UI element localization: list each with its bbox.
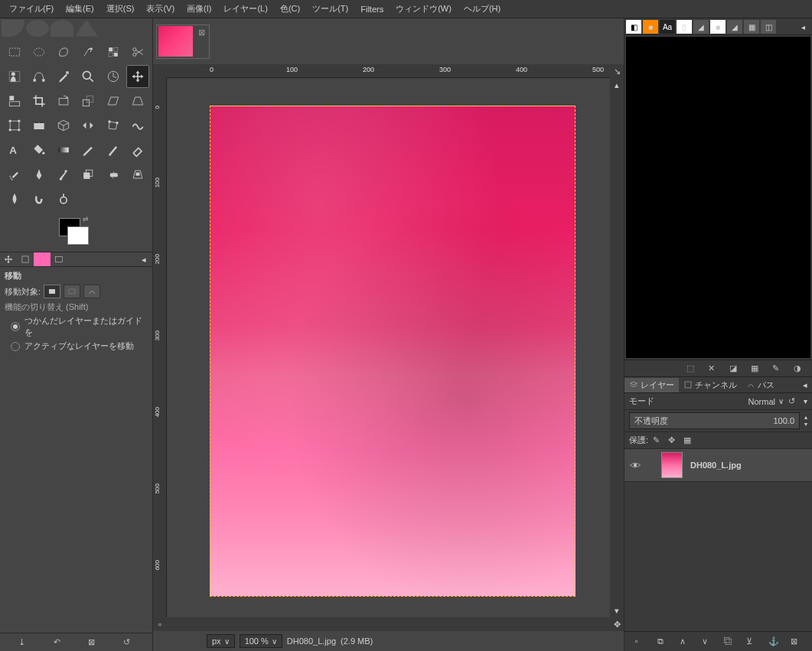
- tool-clone[interactable]: [77, 163, 99, 186]
- tool-gradient[interactable]: [52, 138, 75, 161]
- ruler-horizontal[interactable]: 0 100 200 300 400 500: [167, 64, 610, 78]
- menu-item[interactable]: 選択(S): [100, 0, 141, 18]
- nav-menu-icon[interactable]: ↘: [610, 64, 624, 78]
- restore-options-icon[interactable]: ↶: [54, 637, 64, 648]
- ruler-vertical[interactable]: 0 100 200 300 400 500 600: [153, 78, 167, 617]
- tool-smudge[interactable]: [28, 187, 51, 210]
- tool-scissors[interactable]: [126, 41, 149, 63]
- menu-item[interactable]: ツール(T): [306, 0, 354, 18]
- rp-tab-2[interactable]: Aa: [660, 20, 675, 34]
- tool-free-select[interactable]: [52, 41, 75, 63]
- menu-item[interactable]: ヘルプ(H): [458, 0, 507, 18]
- mode-reset-icon[interactable]: ↺: [788, 396, 799, 407]
- opacity-slider[interactable]: 不透明度 100.0: [629, 412, 800, 429]
- merge-down-icon[interactable]: ⊻: [746, 636, 757, 647]
- new-group-icon[interactable]: ⧉: [657, 636, 668, 647]
- open-brush-icon[interactable]: ◑: [794, 363, 804, 374]
- close-document-icon[interactable]: ⊠: [195, 27, 207, 39]
- tool-handle-transform[interactable]: [28, 114, 51, 137]
- rp-tab-6[interactable]: ◢: [727, 20, 742, 34]
- new-brush-icon[interactable]: ✕: [708, 363, 719, 374]
- lock-position-icon[interactable]: ✥: [668, 435, 679, 446]
- move-target-path[interactable]: [83, 285, 100, 298]
- tab-paths[interactable]: パス: [742, 378, 779, 392]
- nav-pan-icon[interactable]: ✥: [610, 617, 624, 631]
- menu-item[interactable]: 色(C): [274, 0, 306, 18]
- tool-unified-transform[interactable]: [3, 114, 26, 137]
- tab-undo-history[interactable]: [34, 252, 51, 266]
- tool-text[interactable]: A: [3, 138, 26, 161]
- tab-images[interactable]: [51, 252, 67, 266]
- layers-tab-configure-icon[interactable]: ◂: [798, 379, 812, 392]
- rp-tab-configure-icon[interactable]: ◂: [795, 20, 810, 34]
- duplicate-brush-icon[interactable]: ◪: [729, 363, 740, 374]
- rp-tab-1[interactable]: ■: [643, 20, 658, 34]
- tool-crop[interactable]: [28, 90, 51, 112]
- rp-tab-7[interactable]: ▦: [744, 20, 759, 34]
- tab-layers[interactable]: レイヤー: [624, 378, 679, 392]
- tool-foreground-select[interactable]: [3, 65, 26, 88]
- zoom-select[interactable]: 100 %∨: [240, 634, 282, 648]
- menu-item[interactable]: レイヤー(L): [217, 0, 273, 18]
- canvas-hscroll[interactable]: [167, 617, 610, 631]
- menu-item[interactable]: 編集(E): [60, 0, 100, 18]
- canvas[interactable]: [167, 78, 610, 617]
- tool-blur[interactable]: [3, 187, 26, 210]
- tool-bucket-fill[interactable]: [28, 138, 51, 161]
- tool-rect-select[interactable]: [3, 41, 26, 63]
- move-target-selection[interactable]: [64, 285, 80, 298]
- menu-item[interactable]: 表示(V): [140, 0, 181, 18]
- document-tab[interactable]: ⊠: [156, 24, 210, 59]
- background-color[interactable]: [67, 226, 89, 245]
- menu-item[interactable]: 画像(I): [181, 0, 217, 18]
- brush-preview[interactable]: [626, 37, 810, 358]
- anchor-layer-icon[interactable]: ⚓: [768, 636, 779, 647]
- tool-pencil[interactable]: [77, 138, 99, 161]
- rp-tab-8[interactable]: ◫: [761, 20, 776, 34]
- chevron-down-icon[interactable]: ▾: [804, 397, 807, 405]
- opacity-down-icon[interactable]: ▾: [804, 421, 807, 428]
- delete-brush-icon[interactable]: ▦: [751, 363, 761, 374]
- menu-item[interactable]: Filters: [354, 2, 390, 17]
- canvas-vscroll[interactable]: ▴ ▾: [610, 78, 624, 617]
- layer-item[interactable]: DH080_L.jpg: [624, 449, 812, 482]
- tool-3d-transform[interactable]: [52, 114, 75, 137]
- tab-channels[interactable]: チャンネル: [679, 378, 742, 392]
- tool-align[interactable]: [3, 90, 26, 112]
- tool-paintbrush[interactable]: [102, 138, 125, 161]
- quick-mask-icon[interactable]: ▫: [153, 617, 167, 631]
- tool-dodge[interactable]: [52, 187, 75, 210]
- tool-rotate[interactable]: [52, 90, 75, 112]
- tool-zoom[interactable]: [77, 65, 99, 88]
- rp-tab-5[interactable]: ■: [710, 20, 726, 34]
- scroll-up-icon[interactable]: ▴: [610, 78, 624, 92]
- tool-color-select[interactable]: [102, 41, 125, 63]
- tool-fuzzy-select[interactable]: [77, 41, 99, 63]
- duplicate-layer-icon[interactable]: ⿻: [724, 636, 735, 647]
- rp-tab-0[interactable]: ◧: [626, 20, 641, 34]
- tool-shear[interactable]: [102, 90, 125, 112]
- raise-layer-icon[interactable]: ∧: [680, 636, 690, 647]
- tool-perspective[interactable]: [126, 90, 149, 112]
- tool-eraser[interactable]: [126, 138, 149, 161]
- rp-tab-4[interactable]: ◢: [693, 20, 709, 34]
- unit-select[interactable]: px∨: [207, 634, 235, 648]
- blend-mode-select[interactable]: Normal ∨: [659, 397, 784, 406]
- tool-paths[interactable]: [28, 65, 51, 88]
- delete-options-icon[interactable]: ⊠: [88, 637, 99, 648]
- rp-tab-3[interactable]: ▯: [677, 20, 692, 34]
- lower-layer-icon[interactable]: ∨: [702, 636, 713, 647]
- tool-ink[interactable]: [28, 163, 51, 186]
- new-layer-icon[interactable]: ▫: [635, 636, 646, 647]
- tool-move[interactable]: [126, 65, 149, 88]
- radio-pick-layer[interactable]: つかんだレイヤーまたはガイドを: [11, 315, 148, 338]
- tab-device-status[interactable]: [17, 252, 34, 266]
- ruler-corner[interactable]: [153, 64, 167, 78]
- reset-options-icon[interactable]: ↺: [123, 637, 134, 648]
- tab-configure-icon[interactable]: ◂: [135, 252, 152, 266]
- refresh-brush-icon[interactable]: ✎: [772, 363, 783, 374]
- tool-ellipse-select[interactable]: [28, 41, 51, 63]
- delete-layer-icon[interactable]: ⊠: [791, 636, 801, 647]
- tool-heal[interactable]: [102, 163, 125, 186]
- tool-perspective-clone[interactable]: [126, 163, 149, 186]
